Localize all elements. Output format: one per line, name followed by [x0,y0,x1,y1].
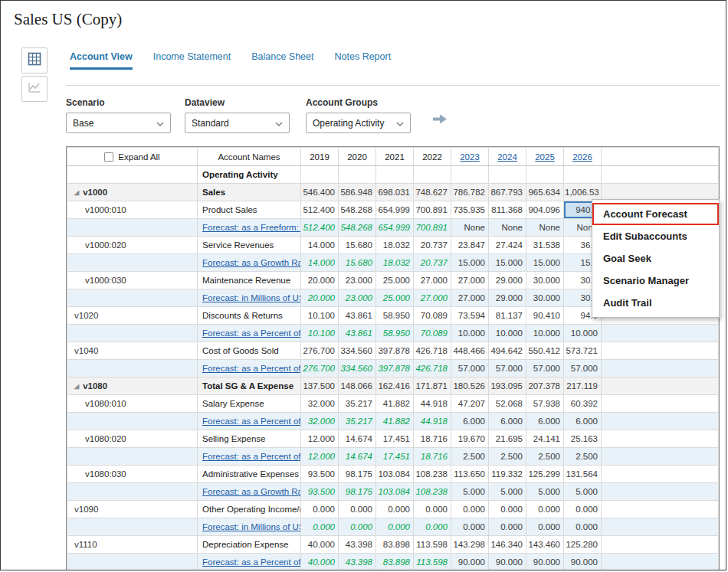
value-cell[interactable]: 0.000 [564,518,602,536]
value-cell[interactable]: 17.451 [376,430,414,448]
menu-item-scenario-manager[interactable]: Scenario Manager [592,270,719,292]
value-cell[interactable]: 786.782 [451,184,489,201]
value-cell[interactable] [526,166,564,184]
value-cell[interactable] [564,166,602,184]
value-cell[interactable]: 654.999 [376,219,414,237]
value-cell[interactable] [414,166,451,184]
value-cell[interactable]: 6.000 [564,413,602,430]
value-cell[interactable]: 35.217 [339,413,376,430]
value-cell[interactable]: 0.000 [414,518,451,536]
value-cell[interactable]: 6.000 [526,413,564,430]
value-cell[interactable] [489,166,526,184]
forecast-method-link[interactable]: Forecast: as a Percent of S [202,417,301,426]
value-cell[interactable]: 81.137 [489,307,526,325]
value-cell[interactable]: 93.500 [301,483,339,501]
value-cell[interactable]: 20.000 [301,272,339,289]
value-cell[interactable]: 217.119 [564,378,602,395]
column-header-year-2025[interactable]: 2025 [526,148,564,166]
account-name-cell[interactable]: Service Revenues [198,237,301,254]
value-cell[interactable]: 276.700 [301,360,339,378]
value-cell[interactable]: 29.000 [489,289,526,307]
value-cell[interactable]: 18.032 [376,254,414,272]
value-cell[interactable]: 90.410 [526,307,564,325]
value-cell[interactable]: 103.084 [376,483,414,501]
value-cell[interactable]: 171.871 [414,378,451,395]
value-cell[interactable]: None [526,219,564,237]
value-cell[interactable]: 546.400 [301,184,339,201]
value-cell[interactable]: 44.918 [414,395,451,413]
value-cell[interactable]: 548.268 [339,219,376,237]
account-name-cell[interactable]: Other Operating Income/(E [198,501,301,518]
value-cell[interactable]: 57.000 [451,360,489,378]
account-groups-select[interactable]: Operating Activity [306,113,411,133]
account-name-cell[interactable]: Sales [198,184,301,201]
value-cell[interactable]: 0.000 [339,518,376,536]
value-cell[interactable]: 98.175 [339,466,376,483]
value-cell[interactable]: 43.861 [339,307,376,325]
forecast-method-link[interactable]: Forecast: in Millions of US [202,522,301,531]
grid-view-button[interactable] [21,47,48,74]
year-link[interactable]: 2025 [535,152,555,162]
column-header-year-2023[interactable]: 2023 [451,148,489,166]
value-cell[interactable]: 10.000 [451,325,489,342]
tab-income-statement[interactable]: Income Statement [153,51,231,70]
forecast-method-cell[interactable]: Forecast: as a Percent of S [198,448,301,466]
value-cell[interactable]: 25.163 [564,430,602,448]
year-link[interactable]: 2026 [572,152,592,162]
go-arrow-button[interactable] [431,113,448,128]
forecast-method-cell[interactable]: Forecast: in Millions of US [198,518,301,536]
value-cell[interactable]: 73.594 [451,307,489,325]
value-cell[interactable]: 23.847 [451,237,489,254]
value-cell[interactable]: 113.598 [414,554,451,571]
value-cell[interactable]: 0.000 [301,518,339,536]
account-name-cell[interactable]: Operating Activity [198,166,301,184]
value-cell[interactable]: 735.935 [451,201,489,219]
value-cell[interactable]: 2.500 [451,448,489,466]
menu-item-audit-trail[interactable]: Audit Trail [592,292,719,314]
value-cell[interactable]: 0.000 [526,501,564,518]
expand-all-cell[interactable]: Expand All [67,148,198,166]
value-cell[interactable]: 41.882 [376,395,414,413]
value-cell[interactable]: 397.878 [376,342,414,360]
value-cell[interactable] [376,166,414,184]
value-cell[interactable]: 867.793 [489,184,526,201]
value-cell[interactable]: 90.000 [451,554,489,571]
account-name-cell[interactable]: Discounts & Returns [198,307,301,325]
value-cell[interactable]: 698.031 [376,184,414,201]
value-cell[interactable]: 47.207 [451,395,489,413]
value-cell[interactable]: 5.000 [451,483,489,501]
value-cell[interactable]: 811.368 [489,201,526,219]
forecast-method-link[interactable]: Forecast: as a Growth Rat [202,258,301,267]
value-cell[interactable]: 448.466 [451,342,489,360]
value-cell[interactable]: 113.598 [414,536,451,554]
value-cell[interactable]: 57.938 [526,395,564,413]
year-link[interactable]: 2023 [460,152,480,162]
value-cell[interactable]: 10.000 [526,325,564,342]
value-cell[interactable]: 10.100 [301,307,339,325]
value-cell[interactable]: 27.424 [489,237,526,254]
value-cell[interactable]: 14.674 [339,430,376,448]
value-cell[interactable]: 20.000 [301,289,339,307]
value-cell[interactable]: 334.560 [339,342,376,360]
forecast-method-cell[interactable]: Forecast: as a Percent of S [198,360,301,378]
expand-triangle-icon[interactable]: ◢ [74,383,79,390]
value-cell[interactable]: 0.000 [451,518,489,536]
account-name-cell[interactable]: Total SG & A Expense [198,378,301,395]
forecast-method-cell[interactable]: Forecast: as a Growth Rat [198,483,301,501]
value-cell[interactable]: 43.398 [339,554,376,571]
account-name-cell[interactable]: Salary Expense [198,395,301,413]
value-cell[interactable]: 397.878 [376,360,414,378]
value-cell[interactable] [339,166,376,184]
value-cell[interactable]: 2.500 [526,448,564,466]
value-cell[interactable]: 25.000 [376,272,414,289]
value-cell[interactable]: 2.500 [564,448,602,466]
value-cell[interactable] [301,166,339,184]
value-cell[interactable]: 512.400 [301,201,339,219]
value-cell[interactable]: 162.416 [376,378,414,395]
value-cell[interactable]: 193.095 [489,378,526,395]
value-cell[interactable]: 276.700 [301,342,339,360]
value-cell[interactable]: 654.999 [376,201,414,219]
value-cell[interactable]: 90.000 [489,554,526,571]
column-header-year-2026[interactable]: 2026 [564,148,602,166]
value-cell[interactable]: 35.217 [339,395,376,413]
